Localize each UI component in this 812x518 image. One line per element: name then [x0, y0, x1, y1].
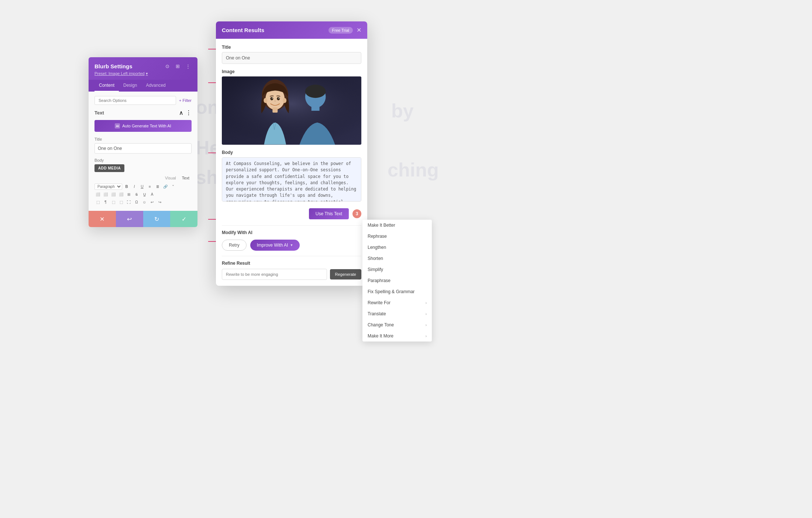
redo-button[interactable]: ↻	[143, 211, 171, 227]
title-label: Title	[222, 45, 361, 50]
dropdown-item-change-tone[interactable]: Change Tone ›	[362, 319, 432, 330]
underline2-button[interactable]: U̲	[141, 191, 148, 198]
tab-advanced[interactable]: Advanced	[141, 80, 170, 92]
more-icon[interactable]: ⋮	[184, 62, 192, 70]
layout-icon[interactable]: ⊞	[174, 62, 181, 70]
text-section-header: Text ∧ ⋮	[94, 109, 192, 116]
dropdown-label-make-better: Make It Better	[368, 223, 395, 228]
tab-content[interactable]: Content	[94, 80, 119, 92]
modal-body: Title Image	[216, 39, 367, 286]
dropdown-item-fix-spelling[interactable]: Fix Spelling & Grammar	[362, 286, 432, 297]
table-button[interactable]: ⊞	[125, 191, 132, 198]
dropdown-item-translate[interactable]: Translate ›	[362, 308, 432, 319]
auto-generate-button[interactable]: AI Auto Generate Text With AI	[94, 120, 192, 132]
blurb-footer: ✕ ↩ ↻ ✓	[89, 211, 197, 227]
body-label: Body	[222, 150, 361, 155]
preset-link[interactable]: Preset: Image Left imported	[94, 71, 145, 76]
filter-button[interactable]: + Filter	[179, 98, 192, 103]
dropdown-label-simplify: Simplify	[368, 267, 383, 272]
retry-button[interactable]: Retry	[222, 240, 247, 251]
text-section-label: Text	[94, 110, 104, 116]
tab-text[interactable]: Text	[180, 175, 192, 181]
settings-icon[interactable]: ⊙	[164, 62, 171, 70]
modal-header: Content Results Free Trial ✕	[216, 21, 367, 39]
dropdown-item-make-better[interactable]: Make It Better	[362, 220, 432, 231]
align-right-button[interactable]: ⬜	[110, 191, 117, 198]
dropdown-label-paraphrase: Paraphrase	[368, 278, 390, 283]
tab-design[interactable]: Design	[119, 80, 141, 92]
dropdown-label-change-tone: Change Tone	[368, 322, 394, 327]
dropdown-item-lengthen[interactable]: Lengthen	[362, 242, 432, 253]
dropdown-label-translate: Translate	[368, 311, 386, 316]
divider-2	[222, 256, 361, 256]
svg-point-13	[283, 98, 286, 103]
undo2-button[interactable]: ↩	[149, 199, 155, 205]
title-field[interactable]	[222, 52, 361, 64]
blurb-body: + Filter Text ∧ ⋮ AI Auto Generate Text …	[89, 92, 197, 211]
align-center-button[interactable]: ⬜	[102, 191, 109, 198]
confirm-button[interactable]: ✓	[170, 211, 197, 227]
dropdown-item-shorten[interactable]: Shorten	[362, 253, 432, 264]
preset-arrow: ▾	[146, 71, 148, 76]
blurb-header-top: Blurb Settings ⊙ ⊞ ⋮	[94, 62, 192, 70]
title-field-label: Title	[94, 137, 192, 141]
strikethrough-button[interactable]: S̶	[133, 191, 140, 198]
right-indent-button[interactable]: ⬚	[118, 199, 124, 205]
bold-button[interactable]: B	[123, 183, 130, 190]
blurb-preset: Preset: Image Left imported ▾	[94, 71, 192, 76]
cancel-button[interactable]: ✕	[89, 211, 116, 227]
improve-with-ai-button[interactable]: Improve With AI ▼	[250, 240, 300, 251]
body-field-label: Body	[94, 158, 192, 162]
dropdown-item-rephrase[interactable]: Rephrase	[362, 231, 432, 242]
svg-point-7	[270, 97, 273, 100]
ordered-list-button[interactable]: ≣	[154, 183, 161, 190]
color-button[interactable]: A	[149, 191, 155, 198]
list-button[interactable]: ≡	[147, 183, 153, 190]
improve-ai-dropdown: Make It Better Rephrase Lengthen Shorten…	[362, 220, 432, 342]
italic-button[interactable]: I	[131, 183, 138, 190]
improve-arrow-icon: ▼	[290, 243, 293, 247]
fullscreen-button[interactable]: ⛶	[125, 199, 132, 205]
dropdown-item-make-more[interactable]: Make It More ›	[362, 330, 432, 342]
left-indent-button[interactable]: ⬚	[110, 199, 117, 205]
align-left-button[interactable]: ⬜	[94, 191, 101, 198]
quote-button[interactable]: "	[170, 183, 176, 190]
regenerate-button[interactable]: Regenerate	[330, 269, 362, 279]
align-justify-button[interactable]: ⬜	[118, 191, 124, 198]
tab-visual[interactable]: Visual	[163, 175, 178, 181]
ai-icon: AI	[115, 123, 120, 128]
add-media-button[interactable]: ADD MEDIA	[94, 164, 124, 172]
improve-label: Improve With AI	[257, 243, 288, 248]
format-button[interactable]: ¶	[102, 199, 109, 205]
section-more-icon: ⋮	[186, 109, 192, 116]
translate-arrow-icon: ›	[426, 312, 427, 316]
chevron-up-icon: ∧	[179, 109, 183, 116]
modal-title: Content Results	[222, 27, 264, 33]
indent-button[interactable]: ⬚	[94, 199, 101, 205]
svg-point-12	[264, 98, 267, 103]
underline-button[interactable]: U	[139, 183, 145, 190]
editor-tabs: Visual Text	[94, 175, 192, 181]
blurb-header-icons: ⊙ ⊞ ⋮	[164, 62, 192, 70]
emoji-button[interactable]: ☺	[141, 199, 148, 205]
special-char-button[interactable]: Ω	[133, 199, 140, 205]
body-textarea[interactable]	[222, 157, 361, 202]
change-tone-arrow-icon: ›	[426, 323, 427, 327]
refine-input[interactable]	[222, 269, 327, 280]
link-button[interactable]: 🔗	[162, 183, 169, 190]
modal-header-right: Free Trial ✕	[328, 27, 361, 34]
redo2-button[interactable]: ↪	[156, 199, 163, 205]
dropdown-item-paraphrase[interactable]: Paraphrase	[362, 275, 432, 286]
toolbar-row-2: ⬜ ⬜ ⬜ ⬜ ⊞ S̶ U̲ A	[94, 191, 192, 198]
refine-section-label: Refine Result	[222, 261, 361, 266]
search-options-input[interactable]	[94, 96, 176, 105]
dropdown-item-simplify[interactable]: Simplify	[362, 264, 432, 275]
use-this-text-button[interactable]: Use This Text	[309, 208, 349, 219]
undo-button[interactable]: ↩	[116, 211, 143, 227]
paragraph-select[interactable]: Paragraph	[94, 183, 122, 190]
svg-rect-3	[312, 105, 320, 111]
modal-close-button[interactable]: ✕	[357, 27, 361, 34]
refine-row: Regenerate	[222, 269, 361, 280]
title-input[interactable]	[94, 143, 192, 154]
dropdown-item-rewrite-for[interactable]: Rewrite For ›	[362, 297, 432, 308]
